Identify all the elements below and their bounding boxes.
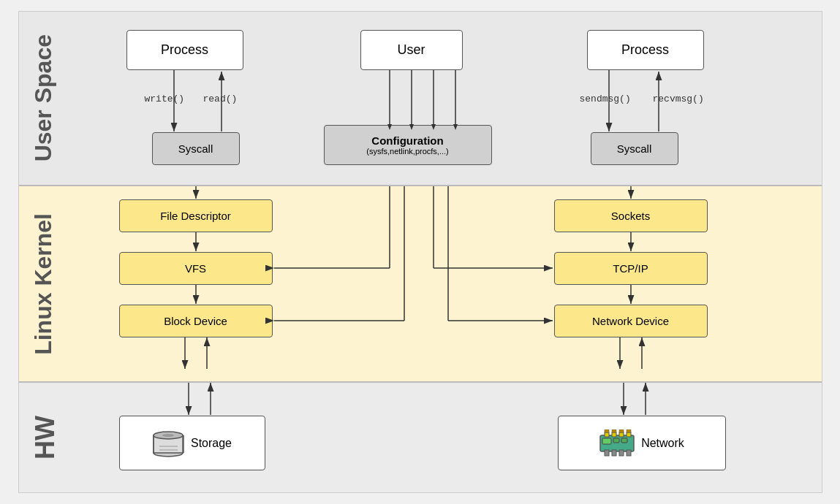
svg-point-37 [162,434,174,437]
process-right-box: Process [587,30,704,70]
hw-content: Storage [72,383,822,492]
svg-rect-57 [627,429,631,432]
vfs-box: VFS [119,252,273,285]
process-left-box: Process [126,30,243,70]
hw-section: HW Storage [19,383,822,492]
hw-label: HW [19,408,72,467]
write-label: write() [145,93,185,104]
read-label: read() [203,93,238,104]
sockets-box: Sockets [554,199,708,232]
svg-rect-54 [605,429,609,432]
storage-box: Storage [119,416,265,470]
network-device-box: Network Device [554,305,708,337]
svg-rect-48 [619,450,624,456]
diagram-container: User Space Process User Process write() … [18,11,822,493]
kernel-content: File Descriptor VFS Block Device Sockets… [68,186,822,381]
kernel-label: Linux Kernel [19,206,68,362]
svg-rect-56 [619,429,624,432]
recvmsg-label: recvmsg() [653,93,704,104]
svg-rect-45 [621,438,627,443]
svg-rect-47 [612,450,616,456]
user-space-content: Process User Process write() read() send… [68,12,822,185]
user-space-section: User Space Process User Process write() … [19,12,822,186]
svg-rect-44 [613,438,619,443]
svg-rect-49 [627,450,631,456]
configuration-box: Configuration (sysfs,netlink,procfs,...) [324,125,492,165]
svg-rect-51 [612,432,616,437]
svg-rect-43 [602,438,611,444]
block-device-box: Block Device [119,305,273,337]
user-box: User [360,30,463,70]
user-space-label: User Space [19,27,68,169]
sendmsg-label: sendmsg() [580,93,631,104]
svg-rect-53 [627,432,631,437]
network-icon [599,429,635,457]
storage-icon [152,429,185,457]
svg-rect-50 [605,432,609,437]
network-box: Network [558,416,726,470]
syscall-left-box: Syscall [152,132,240,165]
kernel-section: Linux Kernel File Descriptor VFS Block D… [19,186,822,383]
svg-rect-46 [605,450,609,456]
syscall-right-box: Syscall [591,132,678,165]
file-descriptor-box: File Descriptor [119,199,273,232]
svg-rect-55 [612,429,616,432]
tcp-ip-box: TCP/IP [554,252,708,285]
svg-rect-52 [619,432,624,437]
